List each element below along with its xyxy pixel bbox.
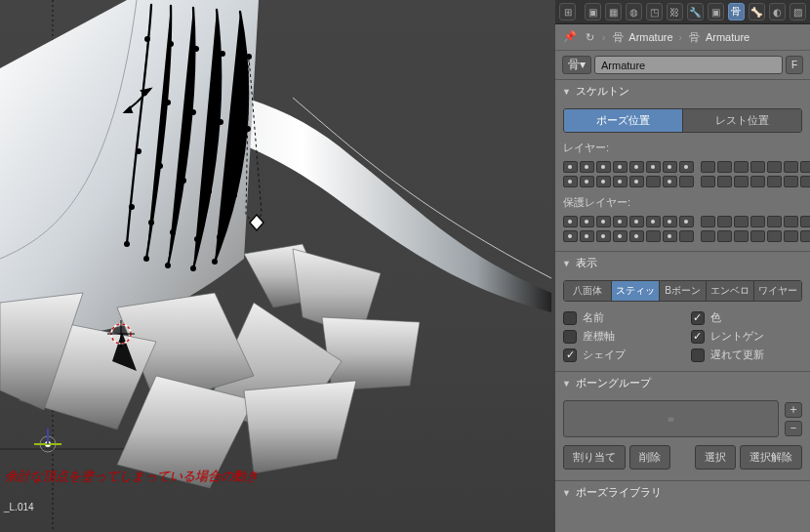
- layer-cell[interactable]: [717, 176, 732, 187]
- layer-cell[interactable]: [800, 176, 810, 187]
- layer-cell[interactable]: [800, 216, 810, 227]
- layer-cell[interactable]: [580, 230, 594, 242]
- material-tab-icon[interactable]: ◐: [769, 3, 786, 20]
- layer-cell[interactable]: [646, 161, 661, 173]
- layer-cell[interactable]: [663, 176, 677, 187]
- remove-button[interactable]: 削除: [629, 445, 670, 470]
- scene-tab-icon[interactable]: ▦: [605, 3, 622, 20]
- layer-cell[interactable]: [563, 176, 578, 187]
- layer-cell[interactable]: [784, 161, 798, 173]
- layer-cell[interactable]: [717, 230, 732, 242]
- layer-cell[interactable]: [767, 176, 782, 187]
- layer-cell[interactable]: [734, 161, 749, 173]
- display-wire-button[interactable]: ワイヤー: [754, 281, 801, 301]
- layer-cell[interactable]: [563, 161, 578, 173]
- display-envelope-button[interactable]: エンベロ: [707, 281, 754, 301]
- layer-cell[interactable]: [613, 216, 628, 227]
- layer-cell[interactable]: [663, 230, 677, 242]
- delay-refresh-checkbox[interactable]: [691, 348, 705, 362]
- layer-cell[interactable]: [613, 176, 628, 187]
- layer-cell[interactable]: [679, 176, 694, 187]
- layer-cell[interactable]: [580, 176, 594, 187]
- layer-cell[interactable]: [613, 161, 628, 173]
- layer-cell[interactable]: [750, 161, 765, 173]
- datablock-name-field[interactable]: Armature: [594, 56, 783, 74]
- layer-cell[interactable]: [563, 230, 578, 242]
- context-toggle-icon[interactable]: ⊞: [559, 3, 576, 20]
- render-tab-icon[interactable]: ▣: [585, 3, 601, 20]
- layer-cell[interactable]: [750, 216, 765, 227]
- layer-cell[interactable]: [663, 161, 677, 173]
- fake-user-button[interactable]: F: [786, 56, 803, 74]
- rest-position-button[interactable]: レスト位置: [683, 109, 801, 132]
- layer-cell[interactable]: [800, 161, 810, 173]
- xray-checkbox[interactable]: [691, 330, 705, 344]
- layer-cell[interactable]: [596, 176, 611, 187]
- layer-cell[interactable]: [717, 216, 732, 227]
- bone-tab-icon[interactable]: 🦴: [749, 3, 765, 20]
- layer-cell[interactable]: [767, 161, 782, 173]
- layer-cell[interactable]: [629, 161, 644, 173]
- layer-cell[interactable]: [646, 216, 661, 227]
- layer-cell[interactable]: [701, 176, 715, 187]
- layer-cell[interactable]: [629, 176, 644, 187]
- object-tab-icon[interactable]: ◳: [646, 3, 663, 20]
- modifiers-tab-icon[interactable]: 🔧: [687, 3, 704, 20]
- layer-cell[interactable]: [679, 161, 694, 173]
- display-bbone-button[interactable]: Bボーン: [660, 281, 708, 301]
- layer-cell[interactable]: [734, 176, 749, 187]
- display-octahedral-button[interactable]: 八面体: [564, 281, 612, 301]
- shapes-checkbox[interactable]: [563, 348, 577, 362]
- layer-cell[interactable]: [629, 230, 644, 242]
- data-tab-icon[interactable]: ▣: [708, 3, 724, 20]
- panel-skeleton-header[interactable]: ▼スケルトン: [555, 80, 810, 102]
- refresh-icon[interactable]: ↻: [583, 30, 596, 44]
- layer-cell[interactable]: [734, 216, 749, 227]
- deselect-button[interactable]: 選択解除: [740, 445, 802, 470]
- names-checkbox[interactable]: [563, 311, 577, 325]
- display-stick-button[interactable]: スティッ: [612, 281, 660, 301]
- crumb-object[interactable]: ⾻Armature: [611, 30, 672, 44]
- colors-checkbox[interactable]: [691, 311, 705, 325]
- remove-bone-group-button[interactable]: －: [785, 421, 802, 436]
- layer-cell[interactable]: [767, 230, 782, 242]
- crumb-data[interactable]: ⾻Armature: [688, 30, 749, 44]
- layer-cell[interactable]: [596, 216, 611, 227]
- layer-cell[interactable]: [701, 161, 715, 173]
- 3d-viewport[interactable]: 余計な頂点を塗ってしまっている場合の動き _L.014: [0, 0, 555, 532]
- layer-cell[interactable]: [563, 216, 578, 227]
- layer-cell[interactable]: [734, 230, 749, 242]
- layer-cell[interactable]: [646, 230, 661, 242]
- layer-cell[interactable]: [679, 216, 694, 227]
- layer-cell[interactable]: [750, 176, 765, 187]
- layer-cell[interactable]: [701, 216, 715, 227]
- datablock-type-selector[interactable]: ⾻▾: [562, 56, 591, 74]
- layer-cell[interactable]: [613, 230, 628, 242]
- layer-cell[interactable]: [580, 161, 594, 173]
- layer-cell[interactable]: [717, 161, 732, 173]
- panel-display-header[interactable]: ▼表示: [555, 252, 810, 274]
- layer-cell[interactable]: [784, 216, 798, 227]
- panel-bone-groups-header[interactable]: ▼ボーングループ: [555, 372, 810, 394]
- layer-cell[interactable]: [663, 216, 677, 227]
- axes-checkbox[interactable]: [563, 330, 577, 344]
- layer-cell[interactable]: [784, 230, 798, 242]
- panel-pose-library-header[interactable]: ▼ポーズライブラリ: [555, 481, 810, 504]
- layer-cell[interactable]: [679, 230, 694, 242]
- add-bone-group-button[interactable]: ＋: [785, 402, 802, 418]
- armature-tab-icon[interactable]: ⾻: [728, 3, 745, 20]
- layer-cell[interactable]: [750, 230, 765, 242]
- layer-cell[interactable]: [596, 161, 611, 173]
- layer-cell[interactable]: [767, 216, 782, 227]
- texture-tab-icon[interactable]: ▨: [790, 3, 806, 20]
- layer-cell[interactable]: [596, 230, 611, 242]
- pose-position-button[interactable]: ポーズ位置: [564, 109, 683, 132]
- layer-cell[interactable]: [800, 230, 810, 242]
- bone-group-list[interactable]: ＝: [563, 400, 779, 437]
- layer-cell[interactable]: [580, 216, 594, 227]
- world-tab-icon[interactable]: ◍: [626, 3, 642, 20]
- layer-cell[interactable]: [784, 176, 798, 187]
- layer-cell[interactable]: [629, 216, 644, 227]
- layer-cell[interactable]: [646, 176, 661, 187]
- assign-button[interactable]: 割り当て: [563, 445, 626, 470]
